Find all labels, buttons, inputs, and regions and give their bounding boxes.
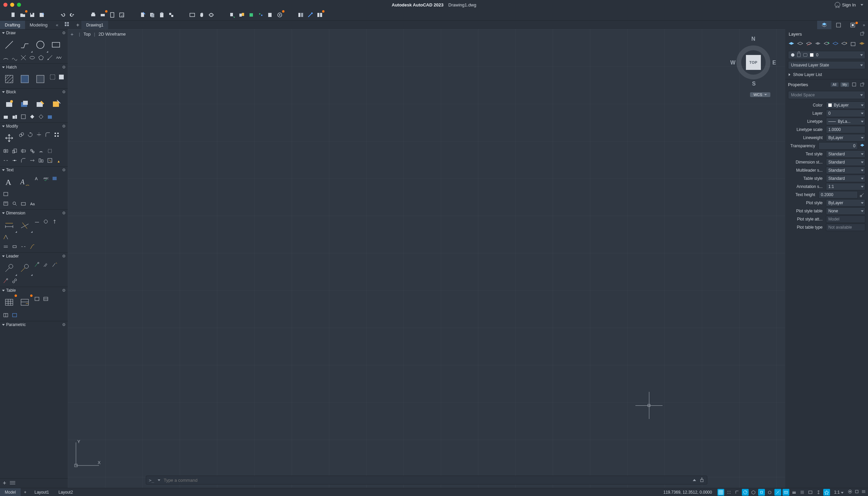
grid-toggle[interactable]: [718, 489, 724, 496]
block-sm-4[interactable]: [29, 113, 36, 121]
section-header-draw[interactable]: Draw⚙: [0, 30, 68, 36]
document-tab[interactable]: Drawing1: [81, 21, 108, 29]
prop-mleader[interactable]: Standard: [826, 167, 865, 174]
mirror-tool[interactable]: [2, 147, 10, 155]
current-layer-combo[interactable]: 0: [788, 51, 865, 59]
layer-tool-2[interactable]: [797, 41, 804, 48]
close-window-button[interactable]: [3, 3, 7, 7]
edit-block-tool[interactable]: [33, 97, 47, 111]
move-tool[interactable]: [2, 131, 16, 145]
block-attribute-tool[interactable]: [49, 97, 63, 111]
textheight-aux-button[interactable]: [859, 191, 865, 199]
text-tool[interactable]: A: [18, 175, 32, 189]
page-setup-button[interactable]: [109, 11, 116, 19]
new-drawing-tab-button[interactable]: +: [74, 21, 81, 29]
transparency-aux-button[interactable]: [859, 142, 865, 150]
section-header-hatch[interactable]: Hatch⚙: [0, 64, 68, 71]
dim-sm-4[interactable]: [2, 233, 10, 241]
viewcube-north[interactable]: N: [751, 36, 755, 42]
linear-dim-tool[interactable]: [2, 218, 16, 232]
batch-plot-button[interactable]: [99, 11, 107, 19]
palette-list-button[interactable]: [10, 481, 15, 486]
gear-icon[interactable]: ⚙: [62, 211, 66, 215]
annotation-scale[interactable]: 1:1: [832, 490, 846, 495]
text-sm-4[interactable]: [2, 190, 10, 198]
drawing-utilities-button[interactable]: [276, 11, 284, 19]
wipeout-tool[interactable]: [58, 72, 65, 82]
properties-toggle-1[interactable]: [851, 81, 857, 88]
view-style-label[interactable]: 2D Wireframe: [99, 32, 126, 37]
undo-button[interactable]: [59, 11, 66, 19]
add-palette-button[interactable]: +: [3, 480, 6, 487]
command-share-icon[interactable]: [700, 477, 704, 483]
gear-icon[interactable]: ⚙: [62, 168, 66, 172]
find-tool[interactable]: [11, 200, 18, 207]
prop-annoscale[interactable]: 1:1: [826, 183, 865, 190]
layer-state-combo[interactable]: Unsaved Layer State: [788, 61, 865, 69]
leader-sm-1[interactable]: [33, 261, 41, 268]
gear-icon[interactable]: ⚙: [62, 124, 66, 128]
xref-panel-tab[interactable]: [846, 21, 860, 29]
hardware-accel[interactable]: [854, 489, 859, 495]
view-plus-icon[interactable]: +: [70, 31, 76, 37]
3dosnap-toggle[interactable]: [766, 489, 773, 496]
layers-panel-tab[interactable]: [817, 21, 831, 29]
dim-sm-6[interactable]: [11, 243, 18, 250]
table-sm-1[interactable]: [33, 295, 41, 303]
prop-color[interactable]: ByLayer: [826, 102, 865, 109]
dim-sm-3[interactable]: [51, 218, 58, 225]
layer-tool-6[interactable]: [832, 41, 839, 48]
command-expand-icon[interactable]: [693, 479, 696, 481]
lwt-toggle[interactable]: [791, 489, 798, 496]
new-file-button[interactable]: [10, 11, 17, 19]
undock-icon[interactable]: [860, 31, 865, 37]
view-cube[interactable]: TOP N S W E: [733, 35, 774, 90]
paste-button[interactable]: [158, 11, 165, 19]
section-header-text[interactable]: Text⚙: [0, 167, 68, 173]
copy-tool[interactable]: [18, 131, 25, 138]
section-header-block[interactable]: Block⚙: [0, 89, 68, 95]
layer-tool-1[interactable]: [788, 41, 795, 48]
textstyle-sm-1[interactable]: A: [33, 175, 41, 182]
array-tool[interactable]: [53, 131, 60, 138]
table-sm-3[interactable]: [2, 311, 10, 319]
save-as-button[interactable]: [38, 11, 45, 19]
layout-grid-icon[interactable]: [64, 22, 71, 29]
wcs-chip[interactable]: WCS: [750, 92, 770, 97]
gradient-tool[interactable]: [18, 72, 32, 86]
layer-tool-5[interactable]: [823, 41, 830, 48]
leader-sm-2[interactable]: [42, 261, 49, 268]
table-tool[interactable]: [2, 295, 16, 309]
workspace-tab-modeling[interactable]: Modeling: [25, 21, 52, 29]
properties-filter-my[interactable]: My: [840, 82, 849, 87]
copy-button[interactable]: [148, 11, 156, 19]
table-sm-4[interactable]: [11, 311, 18, 319]
table-sm-2[interactable]: [42, 295, 49, 303]
line-tool[interactable]: [2, 38, 16, 52]
view-top-label[interactable]: Top: [83, 32, 91, 37]
gear-icon[interactable]: ⚙: [62, 65, 66, 69]
layout2-tab[interactable]: Layout2: [53, 488, 78, 496]
align-tool[interactable]: [37, 157, 45, 164]
layer-tool-7[interactable]: [841, 41, 848, 48]
leader-sm-4[interactable]: [2, 277, 10, 285]
point-style-button[interactable]: [257, 11, 264, 19]
section-header-table[interactable]: Table⚙: [0, 287, 68, 294]
block-sm-5[interactable]: [37, 113, 45, 121]
polyline-tool[interactable]: [18, 38, 32, 52]
polar-toggle[interactable]: [742, 489, 749, 496]
ortho-toggle[interactable]: [734, 489, 740, 496]
gear-icon[interactable]: ⚙: [62, 254, 66, 259]
purge-tool[interactable]: [55, 157, 62, 164]
zoom-window-tool[interactable]: [189, 11, 196, 19]
plot-button[interactable]: [90, 11, 97, 19]
break-tool[interactable]: [2, 157, 10, 164]
prop-textheight[interactable]: 0.2000: [819, 191, 858, 199]
ray-tool[interactable]: [46, 54, 53, 61]
customize-status[interactable]: [861, 489, 866, 495]
viewcube-east[interactable]: E: [772, 60, 776, 66]
fillet-tool[interactable]: [44, 131, 51, 138]
zoom-window-button[interactable]: [17, 3, 21, 7]
dim-sm-2[interactable]: [42, 218, 49, 225]
spellcheck-tool[interactable]: ABC: [42, 175, 49, 182]
